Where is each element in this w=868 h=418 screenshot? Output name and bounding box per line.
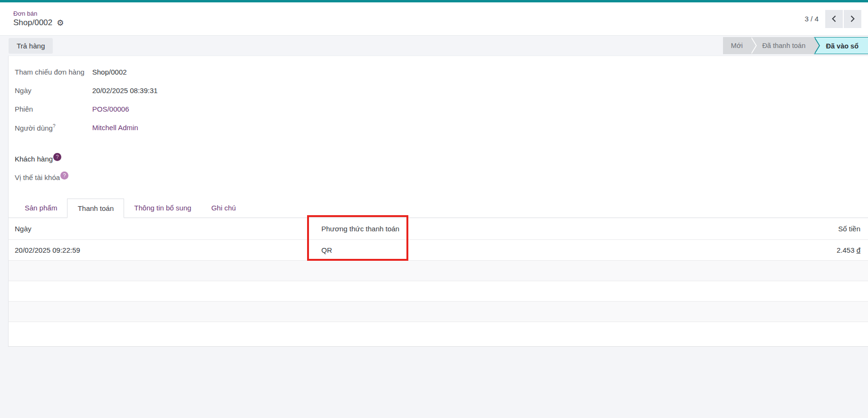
empty-row bbox=[9, 301, 868, 322]
empty-row bbox=[9, 322, 868, 347]
breadcrumb-header: Đơn bán Shop/0002 ⚙ 3 / 4 bbox=[0, 2, 868, 36]
field-order-reference: Tham chiếu đơn hàng Shop/0002 bbox=[15, 63, 868, 81]
gear-icon[interactable]: ⚙ bbox=[57, 19, 64, 27]
field-user: Người dùng? Mitchell Admin bbox=[15, 118, 868, 137]
field-customer: Khách hàng? bbox=[15, 149, 868, 167]
field-label: Vị thế tài khóa? bbox=[15, 171, 86, 181]
currency-symbol: đ bbox=[857, 246, 860, 254]
chevron-left-icon bbox=[831, 15, 837, 22]
field-value: Shop/0002 bbox=[92, 68, 127, 76]
return-goods-button[interactable]: Trả hàng bbox=[9, 38, 53, 54]
payments-table: Ngày Phương thức thanh toán Số tiền 20/0… bbox=[9, 218, 868, 347]
status-step-posted[interactable]: Đã vào sổ bbox=[814, 37, 868, 54]
record-pager: 3 / 4 bbox=[805, 10, 861, 28]
payment-amount-cell: 2.453 đ bbox=[553, 239, 868, 260]
column-header-date[interactable]: Ngày bbox=[9, 218, 315, 239]
field-label: Tham chiếu đơn hàng bbox=[15, 68, 86, 76]
help-marker: ? bbox=[53, 124, 56, 129]
statusbar: Mới Đã thanh toán Đã vào sổ bbox=[723, 37, 868, 54]
payment-method-cell: QR bbox=[315, 239, 553, 260]
payment-date-cell: 20/02/2025 09:22:59 bbox=[9, 239, 315, 260]
field-value: 20/02/2025 08:39:31 bbox=[92, 86, 158, 95]
user-link[interactable]: Mitchell Admin bbox=[92, 124, 138, 132]
field-group: Tham chiếu đơn hàng Shop/0002 Ngày 20/02… bbox=[9, 56, 868, 186]
tab-products[interactable]: Sản phẩm bbox=[15, 199, 67, 218]
payment-row[interactable]: 20/02/2025 09:22:59 QR 2.453 đ bbox=[9, 239, 868, 260]
help-badge-icon[interactable]: ? bbox=[60, 171, 68, 180]
payments-header-row: Ngày Phương thức thanh toán Số tiền bbox=[9, 218, 868, 239]
column-header-payment-method[interactable]: Phương thức thanh toán bbox=[315, 218, 553, 239]
status-step-paid[interactable]: Đã thanh toán bbox=[751, 37, 813, 54]
breadcrumb-parent-link[interactable]: Đơn bán bbox=[13, 10, 64, 17]
field-label: Người dùng? bbox=[15, 124, 86, 132]
breadcrumb: Đơn bán Shop/0002 ⚙ bbox=[13, 10, 64, 28]
status-step-new[interactable]: Mới bbox=[723, 37, 751, 54]
pager-next-button[interactable] bbox=[844, 10, 861, 28]
form-sheet: Tham chiếu đơn hàng Shop/0002 Ngày 20/02… bbox=[8, 56, 868, 347]
empty-row bbox=[9, 260, 868, 281]
chevron-right-icon bbox=[850, 15, 855, 22]
field-session: Phiên POS/00006 bbox=[15, 100, 868, 118]
tab-payments[interactable]: Thanh toán bbox=[67, 199, 124, 218]
pager-previous-button[interactable] bbox=[825, 10, 843, 28]
pager-count: 3 / 4 bbox=[805, 15, 819, 23]
empty-row bbox=[9, 281, 868, 301]
column-header-amount[interactable]: Số tiền bbox=[553, 218, 868, 239]
notebook-tabs: Sản phẩm Thanh toán Thông tin bổ sung Gh… bbox=[9, 199, 868, 218]
help-badge-icon[interactable]: ? bbox=[53, 153, 61, 161]
field-label: Phiên bbox=[15, 105, 86, 113]
field-label: Ngày bbox=[15, 86, 86, 95]
tab-notes[interactable]: Ghi chú bbox=[201, 199, 246, 218]
field-date: Ngày 20/02/2025 08:39:31 bbox=[15, 81, 868, 100]
field-fiscal-position: Vị thế tài khóa? bbox=[15, 167, 868, 186]
form-action-strip: Trả hàng Mới Đã thanh toán Đã vào sổ bbox=[0, 36, 868, 56]
field-label: Khách hàng? bbox=[15, 153, 86, 163]
page-title: Shop/0002 bbox=[13, 18, 52, 28]
tab-extra-info[interactable]: Thông tin bổ sung bbox=[124, 199, 201, 218]
session-link[interactable]: POS/00006 bbox=[92, 105, 129, 113]
